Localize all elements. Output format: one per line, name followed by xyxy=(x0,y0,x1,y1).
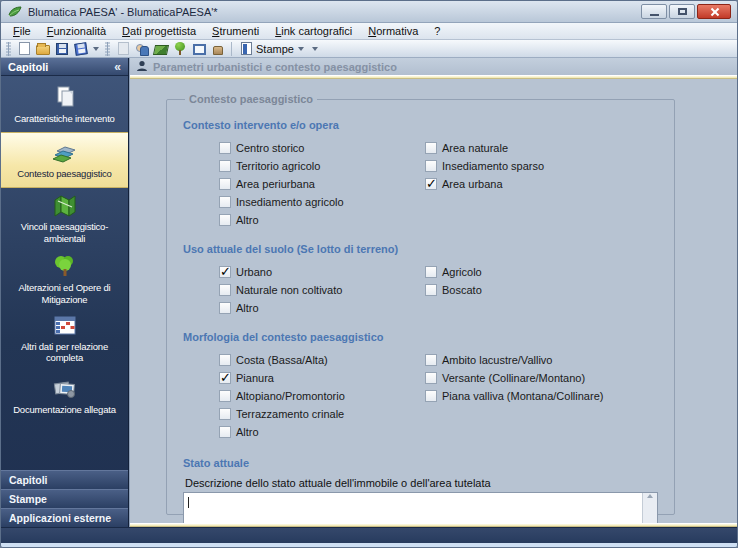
copy-button[interactable] xyxy=(114,41,132,57)
checkbox-urbano[interactable] xyxy=(219,266,231,278)
sidebar-panel-button-capitoli[interactable]: Capitoli xyxy=(1,470,128,489)
checkbox-versante[interactable] xyxy=(425,372,437,384)
checkbox-agricolo[interactable] xyxy=(425,266,437,278)
checkbox-row[interactable]: Area urbana xyxy=(425,175,658,193)
sidebar-item-contesto-paesaggistico[interactable]: Contesto paesaggistico xyxy=(1,132,128,188)
sidebar-item-alterazioni-ed-opere-di-mitigazione[interactable]: Alterazioni ed Opere di Mitigazione xyxy=(1,249,128,310)
sidebar-panel-button-stampe[interactable]: Stampe xyxy=(1,489,128,508)
menu-strumenti[interactable]: Strumenti xyxy=(204,24,267,38)
checkbox-label: Altopiano/Promontorio xyxy=(236,390,345,402)
checkbox-row[interactable]: Versante (Collinare/Montano) xyxy=(425,369,658,387)
checkbox-row[interactable]: Insediamento sparso xyxy=(425,157,658,175)
checkbox-label: Altro xyxy=(236,214,259,226)
stamp-button[interactable] xyxy=(209,41,227,57)
sidebar-item-altri-dati-per-relazione-completa[interactable]: Altri dati per relazione completa xyxy=(1,310,128,369)
statusbar xyxy=(1,527,737,543)
checkbox-row[interactable]: Insediamento agricolo xyxy=(219,193,425,211)
textarea-scrollbar[interactable] xyxy=(642,493,657,523)
window-title: Blumatica PAESA' - BlumaticaPAESA'* xyxy=(28,6,641,18)
toolbar-grip[interactable] xyxy=(6,42,11,56)
checkbox-row[interactable]: Area naturale xyxy=(425,139,658,157)
checkbox-terrazzamento-crinale[interactable] xyxy=(219,408,231,420)
checkbox-insediamento-agricolo[interactable] xyxy=(219,196,231,208)
toolbar-overflow-button[interactable] xyxy=(91,41,101,57)
checkbox-row[interactable]: Urbano xyxy=(219,263,425,281)
toolbar-overflow-button[interactable] xyxy=(310,41,320,57)
map-layers-icon xyxy=(51,141,79,165)
checkbox-altro-contesto[interactable] xyxy=(219,214,231,226)
checkbox-costa[interactable] xyxy=(219,354,231,366)
menu-link-cartografici[interactable]: Link cartografici xyxy=(267,24,360,38)
menu-file[interactable]: File xyxy=(5,24,39,38)
checkbox-altopiano-promontorio[interactable] xyxy=(219,390,231,402)
checkbox-territorio-agricolo[interactable] xyxy=(219,160,231,172)
sidebar-spacer xyxy=(1,424,128,470)
app-leaf-icon xyxy=(7,5,23,19)
section-contesto-intervento: Contesto intervento e/o opera Centro sto… xyxy=(183,119,658,229)
checkbox-row[interactable]: Centro storico xyxy=(219,139,425,157)
checkbox-row[interactable]: Area periurbana xyxy=(219,175,425,193)
checkbox-label: Ambito lacustre/Vallivo xyxy=(442,354,552,366)
close-button[interactable] xyxy=(697,4,731,19)
checkbox-label: Altro xyxy=(236,426,259,438)
map-button[interactable] xyxy=(152,41,170,57)
checkbox-row[interactable]: Ambito lacustre/Vallivo xyxy=(425,351,658,369)
checkbox-altro-uso[interactable] xyxy=(219,302,231,314)
checkbox-altro-morfologia[interactable] xyxy=(219,426,231,438)
checkbox-row[interactable]: Altopiano/Promontorio xyxy=(219,387,425,405)
section-title: Morfologia del contesto paesaggistico xyxy=(183,331,658,343)
scroll-up-icon[interactable] xyxy=(647,494,653,498)
checkbox-centro-storico[interactable] xyxy=(219,142,231,154)
save-all-button[interactable] xyxy=(72,41,90,57)
checkbox-label: Territorio agricolo xyxy=(236,160,320,172)
checkbox-area-naturale[interactable] xyxy=(425,142,437,154)
checkbox-row[interactable]: Boscato xyxy=(425,281,658,299)
checkbox-label: Altro xyxy=(236,302,259,314)
save-icon xyxy=(56,43,68,55)
minimize-button[interactable] xyxy=(641,4,667,19)
checkbox-naturale-non-coltivato[interactable] xyxy=(219,284,231,296)
menu-funzionalita[interactable]: Funzionalità xyxy=(39,24,114,38)
sidebar-panel-button-applicazioni-esterne[interactable]: Applicazioni esterne xyxy=(1,508,128,527)
sidebar-capitoli: Capitoli « Caratteristiche intervento xyxy=(1,58,129,527)
checkbox-row[interactable]: Terrazzamento crinale xyxy=(219,405,425,423)
checkbox-row[interactable]: Altro xyxy=(219,423,425,441)
checkbox-boscato[interactable] xyxy=(425,284,437,296)
open-folder-button[interactable] xyxy=(34,41,52,57)
menu-help[interactable]: ? xyxy=(426,24,448,38)
sidebar-item-vincoli-paesaggistico-ambientali[interactable]: Vincoli paesaggistico-ambientali xyxy=(1,188,128,249)
checkbox-ambito-lacustre[interactable] xyxy=(425,354,437,366)
stampe-dropdown-button[interactable]: Stampe xyxy=(236,41,309,57)
checkbox-pianura[interactable] xyxy=(219,372,231,384)
users-button[interactable] xyxy=(133,41,151,57)
checkbox-row[interactable]: Agricolo xyxy=(425,263,658,281)
checkbox-row[interactable]: Altro xyxy=(219,211,425,229)
checkbox-row[interactable]: Costa (Bassa/Alta) xyxy=(219,351,425,369)
checkbox-row[interactable]: Naturale non coltivato xyxy=(219,281,425,299)
maximize-button[interactable] xyxy=(669,4,695,19)
checkbox-row[interactable]: Territorio agricolo xyxy=(219,157,425,175)
plant-button[interactable] xyxy=(171,41,189,57)
checkbox-area-urbana[interactable] xyxy=(425,178,437,190)
toolbar-grip[interactable] xyxy=(105,42,110,56)
window-tool-button[interactable] xyxy=(190,41,208,57)
stamp-icon xyxy=(213,46,223,55)
window-bottom-edge xyxy=(1,543,737,547)
save-button[interactable] xyxy=(53,41,71,57)
checkbox-area-periurbana[interactable] xyxy=(219,178,231,190)
collapse-chevron-icon[interactable]: « xyxy=(114,60,121,74)
new-document-button[interactable] xyxy=(15,41,33,57)
main-panel: Parametri urbanistici e contesto paesagg… xyxy=(129,58,737,527)
checkbox-piana-valliva[interactable] xyxy=(425,390,437,402)
menu-dati-progettista[interactable]: Dati progettista xyxy=(114,24,204,38)
menu-normativa[interactable]: Normativa xyxy=(360,24,426,38)
sidebar-item-label: Vincoli paesaggistico-ambientali xyxy=(3,221,126,245)
sidebar-item-documentazione-allegata[interactable]: Documentazione allegata xyxy=(1,368,128,424)
checkbox-insediamento-sparso[interactable] xyxy=(425,160,437,172)
stato-description-textarea[interactable] xyxy=(183,492,658,523)
checkbox-label: Area urbana xyxy=(442,178,503,190)
sidebar-item-caratteristiche-intervento[interactable]: Caratteristiche intervento xyxy=(1,76,128,132)
checkbox-row[interactable]: Piana valliva (Montana/Collinare) xyxy=(425,387,658,405)
checkbox-row[interactable]: Altro xyxy=(219,299,425,317)
checkbox-row[interactable]: Pianura xyxy=(219,369,425,387)
